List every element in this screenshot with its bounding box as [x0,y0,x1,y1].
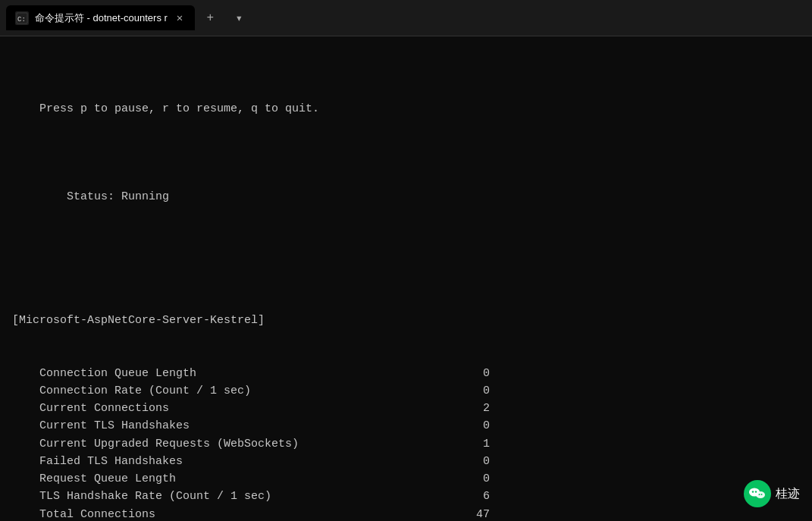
metric-name: Current Connections [12,400,452,417]
metric-value: 0 [452,417,490,435]
status-running-text [39,190,67,203]
metric-row: Connection Rate (Count / 1 sec)0 [12,382,800,400]
status-line: Press p to pause, r to resume, q to quit… [12,83,800,136]
metric-value: 0 [452,365,490,382]
terminal-output: Press p to pause, r to resume, q to quit… [0,36,812,521]
metric-name: Failed TLS Handshakes [12,453,452,470]
metric-row: Total Connections47 [12,506,800,522]
svg-point-8 [759,494,760,495]
svg-text:C:: C: [17,16,26,24]
metric-name: TLS Handshake Rate (Count / 1 sec) [12,488,452,505]
svg-point-6 [752,491,754,492]
metric-value: 1 [452,435,490,453]
metric-name: Connection Queue Length [12,365,452,382]
metric-value: 6 [452,488,490,505]
watermark: 桂迹 [744,480,800,507]
new-tab-button[interactable]: + [196,5,224,32]
svg-point-9 [761,494,763,495]
blank-line-1 [12,259,800,276]
metrics-list: Connection Queue Length0 Connection Rate… [12,365,800,522]
titlebar: C: 命令提示符 - dotnet-counters r ✕ + ▾ [0,0,812,36]
tab-title: 命令提示符 - dotnet-counters r [35,11,168,25]
metric-value: 47 [452,506,490,522]
svg-point-7 [755,491,757,492]
metric-value: 0 [452,453,490,470]
status-text: Press p to pause, r to resume, q to quit… [39,102,319,115]
metric-row: Request Queue Length0 [12,470,800,488]
metric-value: 2 [452,400,490,417]
metric-row: Current TLS Handshakes0 [12,417,800,435]
status-running-line: Status: Running [12,171,800,224]
metric-row: Current Upgraded Requests (WebSockets)1 [12,435,800,453]
metric-name: Current TLS Handshakes [12,417,452,435]
metric-row: Failed TLS Handshakes0 [12,453,800,470]
svg-point-5 [756,491,765,498]
wechat-icon [744,480,771,507]
terminal-tab[interactable]: C: 命令提示符 - dotnet-counters r ✕ [6,5,195,30]
metric-name: Current Upgraded Requests (WebSockets) [12,435,452,453]
metric-row: TLS Handshake Rate (Count / 1 sec)6 [12,488,800,505]
section-header: [Microsoft-AspNetCore-Server-Kestrel] [12,312,800,329]
metric-value: 0 [452,382,490,400]
metric-row: Connection Queue Length0 [12,365,800,382]
watermark-label: 桂迹 [776,486,800,502]
metric-name: Total Connections [12,506,452,522]
cmd-icon: C: [15,11,29,25]
metric-name: Connection Rate (Count / 1 sec) [12,382,452,400]
metric-name: Request Queue Length [12,470,452,488]
status-running-value: Status: Running [67,190,169,203]
dropdown-button[interactable]: ▾ [225,5,252,32]
close-tab-button[interactable]: ✕ [174,10,186,26]
metric-row: Current Connections2 [12,400,800,417]
metric-value: 0 [452,470,490,488]
